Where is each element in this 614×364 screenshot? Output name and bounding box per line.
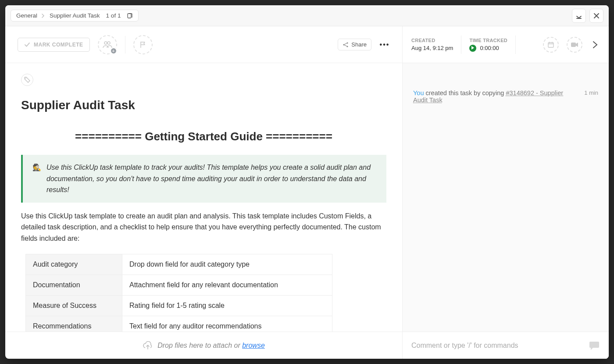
- comment-box: [403, 332, 609, 359]
- task-content: Supplier Audit Task ========== Getting S…: [5, 63, 402, 332]
- created-label: CREATED: [411, 38, 453, 43]
- cloud-upload-icon: [143, 341, 153, 350]
- breadcrumb-root[interactable]: General: [16, 12, 37, 19]
- chat-icon[interactable]: [589, 341, 600, 350]
- tag-icon: [24, 77, 30, 83]
- breadcrumb-position: 1 of 1: [106, 12, 121, 19]
- svg-point-4: [347, 42, 348, 43]
- left-pane: MARK COMPLETE + Share •••: [5, 26, 403, 359]
- time-value: 0:00:00: [480, 45, 499, 51]
- activity-action: created this task by copying: [424, 89, 506, 96]
- guide-heading: ========== Getting Started Guide =======…: [21, 130, 386, 143]
- open-new-icon[interactable]: [127, 13, 133, 19]
- play-timer-button[interactable]: [469, 45, 476, 52]
- next-button[interactable]: [590, 39, 600, 51]
- browse-link[interactable]: browse: [242, 342, 265, 349]
- field-name: Audit category: [26, 254, 122, 275]
- mark-complete-button[interactable]: MARK COMPLETE: [18, 38, 90, 52]
- task-content-scroll[interactable]: Supplier Audit Task ========== Getting S…: [5, 63, 402, 332]
- time-tracked-block: TIME TRACKED 0:00:00: [469, 38, 507, 52]
- activity-entry: You created this task by copying #314869…: [413, 89, 598, 103]
- custom-fields-table: Audit categoryDrop down field for audit …: [25, 254, 332, 332]
- svg-rect-7: [548, 43, 553, 47]
- table-row: RecommendationsText field for any audito…: [26, 316, 332, 332]
- right-pane: CREATED Aug 14, 9:12 pm TIME TRACKED 0:0…: [403, 26, 609, 359]
- close-button[interactable]: [589, 9, 603, 23]
- breadcrumb-bar: General Supplier Audit Task 1 of 1: [5, 5, 609, 26]
- svg-point-6: [25, 78, 26, 79]
- created-value: Aug 14, 9:12 pm: [411, 45, 453, 51]
- flag-icon: [139, 41, 147, 49]
- time-label: TIME TRACKED: [469, 38, 507, 43]
- dropzone-text: Drop files here to attach or: [157, 342, 242, 349]
- assignee-button[interactable]: +: [98, 35, 117, 54]
- activity-feed: You created this task by copying #314869…: [403, 63, 609, 332]
- created-block: CREATED Aug 14, 9:12 pm: [411, 38, 453, 51]
- field-desc: Rating field for 1-5 rating scale: [122, 295, 332, 316]
- main-split: MARK COMPLETE + Share •••: [5, 26, 609, 359]
- video-icon: [571, 42, 578, 47]
- divider: [125, 36, 125, 54]
- activity-actor[interactable]: You: [413, 89, 424, 96]
- table-row: Measure of SuccessRating field for 1-5 r…: [26, 295, 332, 316]
- intro-paragraph: Use this ClickUp task template to create…: [21, 211, 386, 244]
- share-icon: [343, 42, 349, 48]
- field-name: Documentation: [26, 275, 122, 295]
- task-toolbar: MARK COMPLETE + Share •••: [5, 26, 402, 63]
- check-icon: [24, 42, 30, 48]
- detective-emoji: 🕵️: [32, 162, 41, 196]
- activity-timestamp: 1 min: [584, 89, 598, 96]
- divider: [461, 36, 461, 54]
- table-row: Audit categoryDrop down field for audit …: [26, 254, 332, 275]
- svg-point-1: [104, 42, 107, 44]
- svg-rect-0: [128, 14, 131, 18]
- meta-toolbar: CREATED Aug 14, 9:12 pm TIME TRACKED 0:0…: [403, 26, 609, 63]
- callout: 🕵️ Use this ClickUp task template to tra…: [21, 155, 386, 203]
- mark-complete-label: MARK COMPLETE: [34, 42, 83, 48]
- share-label: Share: [351, 41, 367, 48]
- priority-button[interactable]: [133, 35, 153, 54]
- breadcrumb-title[interactable]: Supplier Audit Task: [50, 12, 100, 19]
- svg-rect-8: [571, 43, 576, 47]
- field-desc: Text field for any auditor recommendatio…: [122, 316, 332, 332]
- due-date-button[interactable]: [543, 37, 559, 53]
- chevron-right-icon: [42, 14, 45, 18]
- callout-text: Use this ClickUp task template to track …: [46, 162, 377, 196]
- breadcrumb[interactable]: General Supplier Audit Task 1 of 1: [11, 10, 139, 21]
- svg-point-2: [107, 42, 110, 44]
- dropzone[interactable]: Drop files here to attach or browse: [5, 332, 402, 359]
- task-modal: General Supplier Audit Task 1 of 1: [5, 5, 609, 359]
- divider: [515, 36, 516, 54]
- field-desc: Attachment field for any relevant docume…: [122, 275, 332, 295]
- calendar-icon: [547, 41, 554, 48]
- plus-icon: +: [110, 47, 117, 54]
- field-name: Measure of Success: [26, 295, 122, 316]
- more-menu-button[interactable]: •••: [379, 41, 390, 49]
- collapse-button[interactable]: [572, 9, 586, 23]
- video-button[interactable]: [567, 37, 582, 53]
- people-icon: [103, 41, 112, 49]
- task-title[interactable]: Supplier Audit Task: [21, 98, 386, 112]
- table-row: DocumentationAttachment field for any re…: [26, 275, 332, 295]
- field-name: Recommendations: [26, 316, 122, 332]
- tag-button[interactable]: [21, 74, 33, 86]
- field-desc: Drop down field for audit category type: [122, 254, 332, 275]
- comment-input[interactable]: [411, 342, 583, 350]
- share-button[interactable]: Share: [338, 39, 371, 50]
- svg-point-5: [347, 46, 348, 47]
